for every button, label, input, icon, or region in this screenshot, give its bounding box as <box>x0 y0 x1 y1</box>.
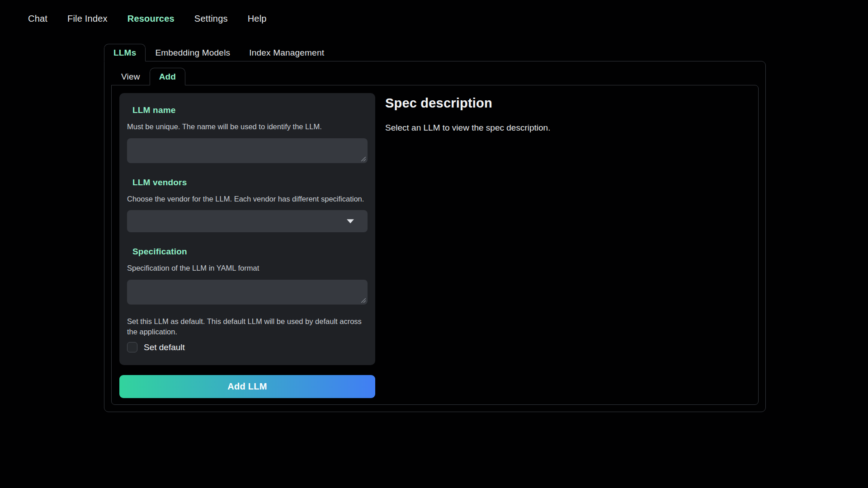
set-default-help: Set this LLM as default. This default LL… <box>127 316 362 337</box>
set-default-row: Set default <box>127 342 368 352</box>
llm-vendors-help: Choose the vendor for the LLM. Each vend… <box>127 194 368 204</box>
set-default-label[interactable]: Set default <box>144 343 185 352</box>
tab-view[interactable]: View <box>112 68 150 85</box>
add-llm-button[interactable]: Add LLM <box>119 375 375 398</box>
add-llm-panel: LLM name Must be unique. The name will b… <box>111 85 759 405</box>
nav-item-file-index[interactable]: File Index <box>67 14 108 24</box>
tab-embedding-models[interactable]: Embedding Models <box>146 44 240 61</box>
nav-item-help[interactable]: Help <box>248 14 267 24</box>
resource-tabnav: LLMs Embedding Models Index Management <box>104 44 766 61</box>
specification-label: Specification <box>127 247 368 257</box>
tab-llms[interactable]: LLMs <box>104 44 146 61</box>
llm-vendors-label: LLM vendors <box>127 178 368 188</box>
specification-input[interactable] <box>127 280 368 305</box>
nav-item-settings[interactable]: Settings <box>194 14 228 24</box>
llms-panel: View Add LLM name Must be unique. The na… <box>104 61 766 412</box>
llm-subtabnav: View Add <box>112 68 759 85</box>
llm-name-input[interactable] <box>127 138 368 163</box>
nav-item-resources[interactable]: Resources <box>127 14 175 24</box>
tab-index-management[interactable]: Index Management <box>240 44 334 61</box>
resources-tab-group: LLMs Embedding Models Index Management V… <box>104 44 766 412</box>
form-card: LLM name Must be unique. The name will b… <box>119 93 375 365</box>
spec-description-title: Spec description <box>385 96 750 111</box>
llm-name-label: LLM name <box>127 105 368 115</box>
llm-name-help: Must be unique. The name will be used to… <box>127 122 368 131</box>
set-default-checkbox[interactable] <box>127 342 137 352</box>
spec-description-panel: Spec description Select an LLM to view t… <box>375 93 750 133</box>
add-llm-form: LLM name Must be unique. The name will b… <box>119 93 375 398</box>
top-nav: Chat File Index Resources Settings Help <box>0 0 868 24</box>
specification-help: Specification of the LLM in YAML format <box>127 263 368 273</box>
tab-add[interactable]: Add <box>150 68 186 85</box>
spec-description-empty-message: Select an LLM to view the spec descripti… <box>385 123 750 133</box>
llm-vendor-dropdown[interactable] <box>127 210 368 232</box>
chevron-down-icon <box>347 219 354 223</box>
nav-item-chat[interactable]: Chat <box>28 14 47 24</box>
